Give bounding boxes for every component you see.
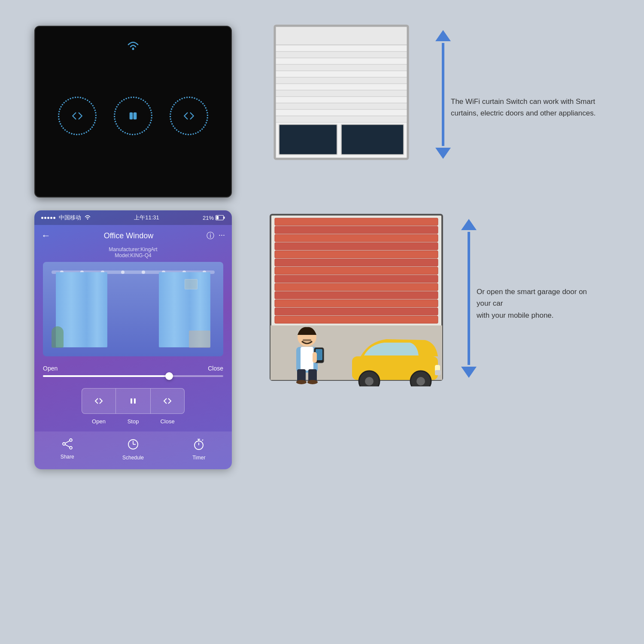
close-ctrl-button[interactable] (150, 388, 185, 414)
garage-down-arrow-icon (461, 367, 477, 378)
shutter-caption: The WiFi curtain Switch can work with Sm… (451, 96, 595, 119)
svg-rect-30 (275, 84, 408, 90)
shutter-svg (266, 21, 425, 176)
battery-area: 21% (203, 215, 225, 221)
manufacturer-label: Manufacturer:KingArt (34, 246, 232, 252)
switch-open-button[interactable] (58, 97, 97, 135)
svg-rect-64 (313, 352, 317, 363)
curtain-visualization (43, 262, 223, 356)
svg-rect-24 (275, 45, 408, 52)
shutter-caption-text: The WiFi curtain Switch can work with Sm… (451, 96, 595, 119)
switch-button-row (58, 97, 208, 135)
shutter-caption-line2: curtains, electric doors and other appli… (451, 109, 595, 117)
nav-share-label: Share (61, 454, 74, 460)
svg-point-3 (87, 218, 88, 219)
picture-decoration (185, 279, 197, 289)
down-arrow-icon (435, 148, 451, 159)
svg-point-61 (307, 380, 318, 384)
garage-illustration (266, 210, 464, 388)
control-buttons (34, 381, 232, 416)
svg-rect-46 (275, 267, 438, 274)
svg-rect-26 (275, 58, 408, 64)
svg-point-60 (296, 380, 307, 384)
phone-bottom-nav: Share Schedule (34, 431, 232, 469)
svg-rect-33 (275, 103, 408, 109)
signal-dots (41, 217, 55, 219)
svg-rect-47 (275, 275, 438, 283)
model-label: Model:KING-Q4 (34, 252, 232, 258)
svg-rect-28 (275, 71, 408, 77)
shutter-illustration (266, 21, 438, 185)
status-time: 上午11:31 (134, 214, 159, 222)
svg-point-67 (365, 377, 374, 386)
up-arrow-icon (435, 30, 451, 41)
nav-schedule[interactable]: Schedule (100, 438, 166, 461)
stop-ctrl-label: Stop (116, 418, 150, 425)
switch-stop-button[interactable] (114, 97, 152, 135)
svg-rect-44 (275, 251, 438, 258)
svg-rect-31 (275, 90, 408, 97)
garage-section: Or open the smart garage door on your ca… (266, 210, 623, 388)
slider-labels: Open Close (43, 365, 223, 372)
svg-rect-5 (216, 216, 219, 219)
svg-line-21 (202, 440, 203, 440)
svg-rect-71 (435, 370, 441, 375)
status-left: 中国移动 (41, 214, 91, 222)
svg-rect-45 (275, 259, 438, 266)
phone-app: 中国移动 上午11:31 21% (34, 210, 232, 469)
shutter-caption-line1: The WiFi curtain Switch can work with Sm… (451, 97, 595, 106)
left-column: 中国移动 上午11:31 21% (34, 26, 236, 469)
device-info: Manufacturer:KingArt Model:KING-Q4 (34, 246, 232, 262)
svg-line-13 (65, 445, 69, 447)
svg-rect-27 (275, 64, 408, 71)
switch-panel (34, 26, 232, 197)
slider-area: Open Close (34, 356, 232, 381)
open-ctrl-button[interactable] (82, 388, 116, 414)
svg-rect-23 (275, 26, 408, 45)
carrier-label: 中国移动 (59, 214, 81, 222)
svg-line-12 (65, 441, 69, 444)
open-ctrl-label: Open (82, 418, 116, 425)
nav-share[interactable]: Share (34, 438, 100, 461)
back-button[interactable]: ← (41, 230, 51, 241)
svg-rect-40 (275, 218, 438, 225)
svg-rect-50 (275, 300, 438, 307)
close-label: Close (208, 365, 223, 372)
svg-point-0 (132, 48, 134, 50)
svg-point-69 (416, 377, 425, 386)
slider-fill (43, 375, 169, 377)
garage-caption-text: Or open the smart garage door on your ca… (477, 286, 597, 321)
garage-caption: Or open the smart garage door on your ca… (477, 286, 597, 321)
slider-thumb[interactable] (165, 372, 173, 380)
svg-rect-32 (275, 97, 408, 103)
svg-rect-41 (275, 226, 438, 234)
garage-svg (266, 210, 455, 386)
app-title: Office Window (51, 231, 207, 240)
svg-rect-42 (275, 234, 438, 242)
svg-rect-8 (134, 398, 136, 404)
svg-rect-49 (275, 292, 438, 299)
garage-up-arrow-icon (461, 219, 477, 230)
switch-close-button[interactable] (170, 97, 208, 135)
ctrl-labels: Open Stop Close (34, 416, 232, 431)
slider-track[interactable] (43, 375, 223, 377)
svg-rect-34 (275, 109, 408, 116)
schedule-icon (127, 438, 139, 453)
shutter-arrows (435, 30, 451, 159)
svg-rect-7 (131, 398, 132, 404)
svg-rect-2 (134, 113, 136, 119)
garage-arrows (461, 219, 477, 378)
nav-timer[interactable]: Timer (166, 438, 232, 461)
garage-caption-line2: with your mobile phone. (477, 311, 554, 319)
open-label: Open (43, 365, 58, 372)
nav-schedule-label: Schedule (122, 455, 144, 461)
svg-point-11 (63, 443, 65, 445)
right-column: The WiFi curtain Switch can work with Sm… (266, 21, 623, 388)
info-icon[interactable]: ⓘ (207, 231, 214, 241)
wifi-icon (126, 39, 140, 53)
svg-rect-52 (275, 316, 438, 323)
more-icon[interactable]: ··· (219, 231, 225, 241)
curtain-left (56, 272, 107, 347)
stop-ctrl-button[interactable] (116, 388, 150, 414)
close-ctrl-label: Close (150, 418, 185, 425)
